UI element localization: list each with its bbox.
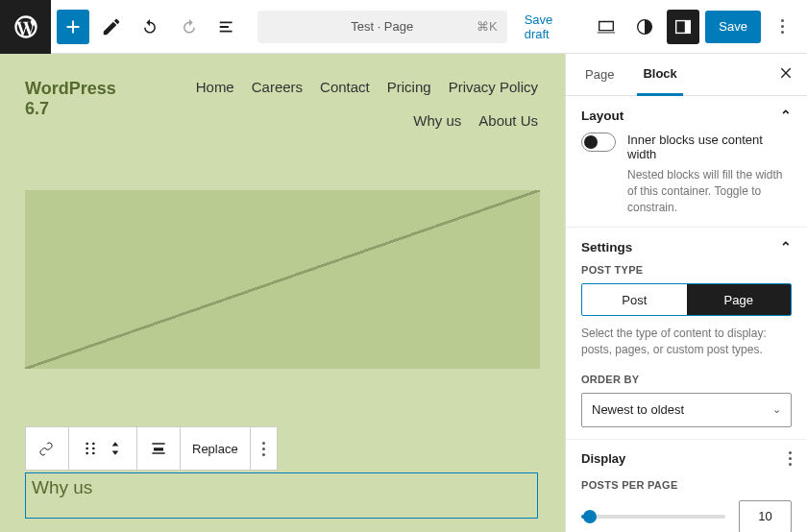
- wordpress-logo-button[interactable]: [0, 0, 51, 54]
- svg-point-7: [92, 447, 95, 450]
- settings-sidebar-toggle[interactable]: [667, 10, 699, 44]
- kebab-icon: [781, 19, 784, 34]
- command-shortcut: ⌘K: [477, 19, 498, 34]
- panel-title: Display: [581, 451, 625, 466]
- save-draft-button[interactable]: Save draft: [519, 12, 584, 41]
- preview-device-button[interactable]: [590, 10, 623, 44]
- toggle-label: Inner blocks use content width: [627, 133, 792, 161]
- chevron-up-icon[interactable]: [780, 108, 792, 123]
- toggle-help-text: Nested blocks will fill the width of thi…: [627, 167, 792, 215]
- settings-sidebar: Page Block Layout Inner blocks use conte…: [565, 54, 807, 532]
- posts-per-page-label: Posts Per Page: [581, 479, 792, 491]
- chevron-down-icon: ⌄: [772, 403, 781, 416]
- nav-item[interactable]: Privacy Policy: [449, 79, 538, 95]
- document-title: Test · Page: [351, 19, 413, 34]
- block-toolbar: Replace: [25, 426, 278, 471]
- selected-heading-block[interactable]: Why us: [25, 472, 538, 519]
- order-by-select[interactable]: Newest to oldest ⌄: [581, 393, 792, 427]
- image-placeholder-block[interactable]: [25, 190, 540, 369]
- block-more-button[interactable]: [251, 427, 277, 470]
- order-by-value: Newest to oldest: [592, 402, 684, 417]
- post-type-label: Post Type: [581, 264, 792, 276]
- laptop-icon: [596, 16, 617, 37]
- edit-mode-button[interactable]: [95, 10, 128, 44]
- post-type-help: Select the type of content to display: p…: [581, 326, 792, 358]
- chevron-up-icon[interactable]: [780, 239, 792, 254]
- undo-icon: [139, 16, 160, 37]
- wordpress-icon: [12, 13, 39, 40]
- post-type-option-page[interactable]: Page: [687, 284, 792, 315]
- svg-point-6: [92, 443, 95, 446]
- nav-item[interactable]: Pricing: [387, 79, 431, 95]
- kebab-icon: [262, 442, 265, 456]
- block-align-button[interactable]: [137, 427, 181, 470]
- display-more-button[interactable]: [789, 451, 792, 466]
- link-icon: [37, 439, 57, 458]
- site-navigation: Home Careers Contact Pricing Privacy Pol…: [173, 79, 538, 129]
- close-sidebar-button[interactable]: [778, 65, 794, 84]
- tab-page[interactable]: Page: [579, 54, 620, 96]
- nav-item[interactable]: Careers: [252, 79, 303, 95]
- undo-button[interactable]: [134, 10, 166, 44]
- nav-item[interactable]: Contact: [320, 79, 370, 95]
- post-type-segmented: Post Page: [581, 283, 792, 316]
- site-title[interactable]: WordPress 6.7: [25, 79, 121, 119]
- editor-main: WordPress 6.7 Home Careers Contact Prici…: [0, 54, 807, 532]
- contrast-icon: [634, 16, 655, 37]
- svg-point-5: [86, 452, 88, 455]
- layout-panel: Layout Inner blocks use content width Ne…: [566, 96, 807, 228]
- add-block-button[interactable]: [57, 10, 89, 44]
- editor-canvas[interactable]: WordPress 6.7 Home Careers Contact Prici…: [0, 54, 565, 532]
- sidebar-tabs: Page Block: [566, 54, 807, 96]
- display-panel: Display Posts Per Page 10: [566, 440, 807, 532]
- move-up-down-icon: [106, 439, 125, 458]
- svg-point-8: [92, 452, 95, 455]
- nav-item[interactable]: Home: [196, 79, 234, 95]
- document-overview-button[interactable]: [211, 10, 244, 44]
- posts-per-page-input[interactable]: 10: [739, 500, 792, 532]
- document-title-bar[interactable]: Test · Page ⌘K: [257, 11, 507, 43]
- plus-icon: [62, 16, 84, 37]
- list-view-icon: [217, 16, 238, 37]
- svg-rect-2: [685, 20, 691, 33]
- sidebar-icon: [672, 16, 694, 37]
- posts-per-page-value: 10: [758, 509, 771, 523]
- align-icon: [149, 439, 168, 458]
- panel-title: Settings: [581, 240, 632, 254]
- nav-item[interactable]: Why us: [413, 112, 461, 129]
- content-width-toggle[interactable]: [581, 133, 616, 152]
- pencil-icon: [101, 16, 122, 37]
- svg-point-4: [86, 447, 88, 450]
- redo-button[interactable]: [172, 10, 205, 44]
- view-styles-button[interactable]: [628, 10, 661, 44]
- kebab-icon: [789, 451, 792, 466]
- svg-point-3: [86, 443, 88, 446]
- more-options-button[interactable]: [767, 10, 799, 44]
- redo-icon: [179, 16, 200, 37]
- block-link-button[interactable]: [26, 427, 69, 470]
- panel-title: Layout: [581, 109, 624, 123]
- block-move-button[interactable]: [69, 427, 137, 470]
- close-icon: [778, 65, 794, 81]
- settings-panel: Settings Post Type Post Page Select the …: [566, 228, 807, 440]
- publish-button[interactable]: Save: [705, 11, 761, 43]
- post-type-option-post[interactable]: Post: [582, 284, 687, 315]
- tab-block[interactable]: Block: [637, 54, 682, 96]
- slider-thumb[interactable]: [583, 510, 597, 523]
- order-by-label: Order By: [581, 374, 792, 385]
- drag-icon: [81, 439, 100, 458]
- nav-item[interactable]: About Us: [478, 112, 538, 129]
- block-text: Why us: [32, 477, 92, 497]
- toggle-knob: [584, 135, 598, 149]
- posts-per-page-slider[interactable]: [581, 515, 725, 519]
- editor-top-toolbar: Test · Page ⌘K Save draft Save: [0, 0, 807, 54]
- block-replace-button[interactable]: Replace: [181, 427, 251, 470]
